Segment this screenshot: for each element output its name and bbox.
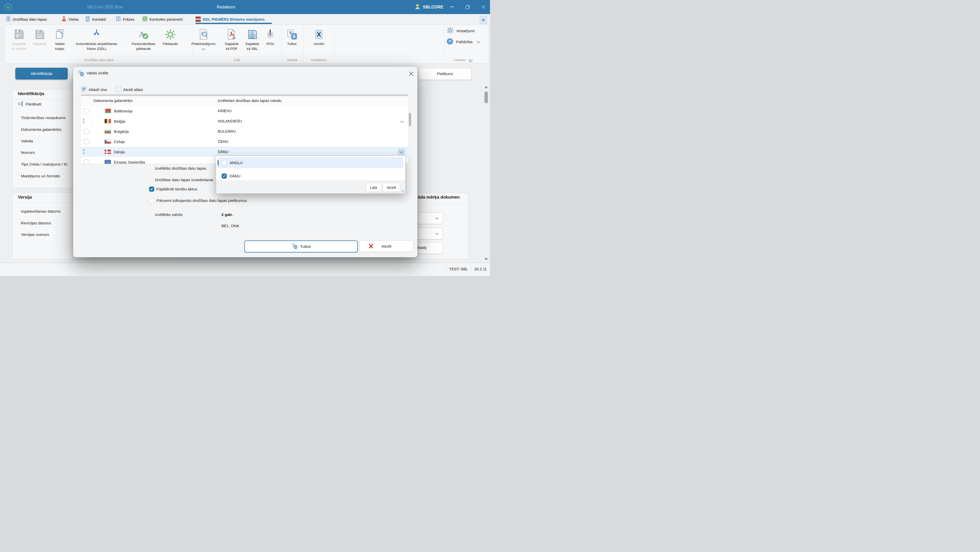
chevron-down-icon[interactable]	[400, 119, 404, 123]
settings-label: Iestatījumi	[457, 29, 475, 33]
button-label: Saglabāt	[241, 41, 264, 46]
table-scrollbar-thumb[interactable]	[409, 113, 411, 126]
button-label: Automātiskās aizpildīšanas	[67, 41, 126, 46]
rename-button[interactable]: Pārdēvēt	[18, 101, 41, 108]
column-header-destination[interactable]: Dokumenta galamērķis	[94, 98, 132, 103]
dropdown-footer: Labi Atcelt	[216, 181, 405, 193]
language-value[interactable]: HOLANDIEŠU	[218, 116, 242, 126]
settings-button[interactable]: Iestatījumi	[446, 27, 475, 35]
tab-control-parameters[interactable]: Kontroles parametri	[142, 14, 183, 24]
button-label: kā PDF	[220, 46, 243, 51]
field-label: Revīzijas datums	[21, 221, 51, 225]
language-value[interactable]: KRIEVU	[218, 106, 232, 116]
translate-icon: A	[77, 70, 84, 77]
check-button[interactable]: Pārbaude	[159, 26, 182, 46]
dialog-translate-button[interactable]: A Tulkot	[244, 241, 358, 252]
field-label: Valoda	[21, 139, 33, 144]
table-scrollbar[interactable]	[409, 96, 412, 164]
main-scrollbar[interactable]	[484, 85, 488, 263]
main-scrollbar-thumb[interactable]	[484, 91, 488, 103]
table-row[interactable]: Beļģija HOLANDIEŠU	[81, 116, 408, 126]
dialog-cancel-button[interactable]: Atcelt	[359, 241, 414, 252]
editor-tab-identification[interactable]: Identifikācija	[15, 68, 68, 80]
country-name: Dānija	[114, 150, 125, 154]
pcn-asterisk-icon	[262, 26, 278, 40]
row-checkbox[interactable]	[83, 160, 89, 164]
close-editor-button[interactable]: Aizvērt	[309, 26, 329, 46]
row-checkbox[interactable]	[83, 108, 89, 113]
table-row[interactable]: Baltkrievija KRIEVU	[81, 106, 408, 116]
tab-label: Kontroles parametri	[150, 17, 183, 21]
save-and-close-button[interactable]: Saglabāt un aizvērt	[5, 26, 33, 51]
attachments-option[interactable]: Pārņemt tulkojamās drošības datu lapas p…	[149, 198, 247, 203]
row-checkbox[interactable]	[83, 139, 89, 144]
button-label: Tulkot	[300, 244, 311, 249]
dropdown-cancel-button[interactable]: Atcelt	[383, 183, 400, 192]
editor-tab-attachments[interactable]: Pielikumi	[419, 68, 471, 80]
field-label: Dokumenta galamērķis	[21, 127, 62, 132]
resize-grip[interactable]	[402, 190, 404, 192]
column-header-language[interactable]: Izvēlieties drošības datu lapas valodu	[218, 98, 282, 103]
language-dropdown-panel: ANGĻU DĀŅU Labi Atcelt	[216, 156, 406, 194]
language-value[interactable]: BULGĀRU	[218, 126, 236, 136]
scroll-up-icon[interactable]	[484, 86, 488, 88]
attachments-checkbox[interactable]	[149, 198, 154, 203]
button-label: frāzes (DDL)	[67, 46, 126, 51]
legal-acts-option[interactable]: Papildināt tiesību aktus	[149, 187, 197, 191]
select-all-button[interactable]: Atlasīt visu	[81, 86, 107, 93]
legal-acts-checkbox[interactable]	[149, 187, 154, 191]
row-checkbox[interactable]	[83, 149, 84, 154]
translate-button-ribbon[interactable]: A Tulkot	[283, 26, 301, 46]
option-checkbox[interactable]	[222, 174, 227, 179]
dropdown-ok-button[interactable]: Labi	[366, 183, 382, 192]
language-dropdown-open-button[interactable]	[398, 148, 405, 155]
maximize-button[interactable]	[463, 3, 472, 11]
row-checkbox[interactable]	[83, 118, 84, 123]
preview-button[interactable]: Priekšskatījums	[185, 26, 223, 51]
pdf-icon	[220, 26, 243, 40]
chevron-down-icon	[202, 47, 205, 50]
save-as-pdf-button[interactable]: Saglabāt kā PDF	[220, 26, 243, 51]
scroll-down-icon[interactable]	[484, 258, 488, 260]
user-account-label[interactable]: SBLCORE	[423, 5, 443, 10]
close-tab-button[interactable]	[480, 16, 487, 24]
checkbox-label: Pārņemt tulkojamās drošības datu lapas p…	[156, 198, 247, 203]
dropdown-option[interactable]: ANGĻU	[218, 157, 403, 168]
tab-substances[interactable]: Vielas	[61, 14, 79, 24]
language-value[interactable]: DĀŅU	[218, 147, 228, 157]
ribbon-options-icon[interactable]	[469, 59, 473, 63]
language-value[interactable]: ČEHU	[218, 136, 228, 147]
row-checkbox[interactable]	[83, 129, 89, 134]
save-button[interactable]: Saglabāt	[29, 26, 50, 46]
option-checkbox[interactable]	[222, 160, 227, 165]
dialog-close-icon[interactable]	[407, 70, 415, 77]
app-logo-icon	[3, 2, 13, 13]
save-as-sbl-button[interactable]: Saglabāt kā SBL	[241, 26, 264, 51]
toolbar-label: Atcelt atlasi	[123, 88, 143, 92]
table-row[interactable]: Čehija ČEHU	[81, 136, 408, 147]
tab-safety-data-sheets[interactable]: Drošības datu lapas	[6, 14, 47, 24]
panel-title: Identifikācija	[18, 91, 44, 96]
spellcheck-button[interactable]: A Pareizrakstības pārbaude	[123, 26, 164, 51]
deselect-all-button[interactable]: Atcelt atlasi	[116, 86, 143, 93]
field-value-partial: klady	[417, 245, 427, 250]
table-row[interactable]: Bulgārija BULGĀRU	[81, 126, 408, 137]
tab-label: DDL PIEMĒRS Bīstams maisījums	[203, 17, 264, 21]
minimize-button[interactable]	[447, 3, 456, 11]
title-bar: SBLCore 2025 Blue Redaktors SBLCORE	[0, 0, 490, 14]
dropdown-option[interactable]: DĀŅU	[218, 171, 403, 182]
help-button[interactable]: ? Palīdzība	[446, 38, 480, 46]
field-label: Marķējums un formāts	[21, 174, 60, 179]
select-all-icon	[81, 86, 87, 93]
pcn-button[interactable]: PCN	[262, 26, 278, 46]
option-label: ANGĻU	[229, 161, 243, 165]
close-window-button[interactable]	[479, 3, 488, 11]
latvia-flag-icon	[195, 16, 201, 22]
button-label: Pārbaude	[159, 41, 182, 46]
ribbon-group-label: Faili	[234, 58, 240, 62]
svg-text:A: A	[295, 246, 296, 248]
sheets-to-create-label: Drošības datu lapas izveidošanai	[155, 178, 213, 182]
autofill-phrases-button[interactable]: Automātiskās aizpildīšanas frāzes (DDL)	[67, 26, 126, 51]
tab-phrases[interactable]: Frāzes	[116, 14, 135, 24]
tab-contacts[interactable]: Kontakti	[85, 14, 106, 24]
